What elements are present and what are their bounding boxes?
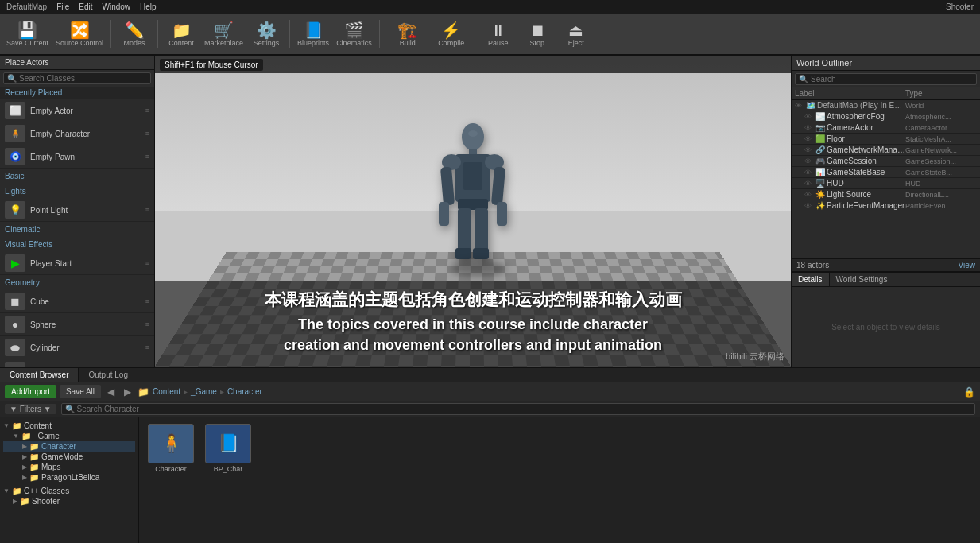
breadcrumb-game[interactable]: _Game	[191, 387, 217, 396]
subtitle-cn: 本课程涵盖的主题包括角色创建和运动控制器和输入动画	[168, 289, 778, 311]
toolbar-sep-1	[110, 20, 111, 48]
svg-rect-10	[458, 208, 471, 252]
content-search-box[interactable]: 🔍	[61, 403, 975, 415]
tree-item-character[interactable]: ▶ 📁 Character	[3, 441, 135, 452]
breadcrumb-sep-1: ▸	[184, 387, 188, 396]
toolbar-sep-2	[157, 20, 158, 48]
place-item-point-light[interactable]: 💡 Point Light ≡	[0, 199, 154, 222]
lock-icon[interactable]: 🔒	[963, 386, 975, 398]
nav-forward-btn[interactable]: ▶	[121, 386, 134, 398]
outliner-row-game-session[interactable]: 👁 🎮 GameSession GameSession...	[792, 156, 980, 167]
toolbar-cinematics[interactable]: 🎬 Cinematics	[333, 16, 375, 52]
outliner-search-input[interactable]	[811, 75, 973, 83]
toolbar-stop[interactable]: ⏹ Stop	[518, 16, 556, 52]
left-panel: Place Actors 🔍 Recently Placed ⬜ Empty A…	[0, 56, 155, 367]
toolbar-pause[interactable]: ⏸ Pause	[479, 16, 517, 52]
viewport[interactable]: Shift+F1 for Mouse Cursor 本课程涵盖的主题包括角色创建…	[155, 56, 791, 367]
svg-rect-6	[491, 166, 505, 205]
tab-output-log[interactable]: Output Log	[79, 368, 138, 382]
breadcrumb-character[interactable]: Character	[227, 387, 262, 396]
tree-item-cpp[interactable]: ▼ 📁 C++ Classes	[3, 486, 135, 496]
place-item-empty-actor[interactable]: ⬜ Empty Actor ≡	[0, 99, 154, 122]
place-item-cylinder[interactable]: ⬬ Cylinder ≡	[0, 336, 154, 359]
place-item-cube[interactable]: ◼ Cube ≡	[0, 290, 154, 313]
place-item-player-start[interactable]: ▶ Player Start ≡	[0, 252, 154, 275]
subtitle-overlay: 本课程涵盖的主题包括角色创建和运动控制器和输入动画 The topics cov…	[155, 281, 791, 367]
outliner-row-network-mgr[interactable]: 👁 🔗 GameNetworkManager GameNetwork...	[792, 145, 980, 156]
nav-back-btn[interactable]: ◀	[104, 386, 118, 398]
menu-file[interactable]: File	[56, 2, 69, 11]
tree-item-maps[interactable]: ▶ 📁 Maps	[3, 462, 135, 472]
outliner-row-particle[interactable]: 👁 ✨ ParticleEventManager ParticleEven...	[792, 200, 980, 211]
outliner-row-atm-fog[interactable]: 👁 🌫️ AtmosphericFog Atmospheric...	[792, 111, 980, 122]
toolbar-marketplace[interactable]: 🛒 Marketplace	[201, 16, 246, 52]
outliner-row-game-state[interactable]: 👁 📊 GameStateBase GameStateB...	[792, 167, 980, 178]
tab-details[interactable]: Details	[792, 273, 830, 286]
bottom-tab-bar: Content Browser Output Log	[0, 368, 980, 382]
bp-assets: 🧍 Character 📘 BP_Char	[139, 417, 980, 543]
bp-tree: ▼ 📁 Content ▼ 📁 _Game ▶ 📁 Character ▶ 📁 …	[0, 417, 139, 543]
toolbar-build[interactable]: 🏗️ Build	[384, 16, 432, 52]
content-search-input[interactable]	[77, 405, 971, 413]
category-cinematic[interactable]: Cinematic	[0, 222, 154, 237]
rp-bottom-tabs: Details World Settings	[792, 273, 980, 287]
breadcrumb-content[interactable]: Content	[153, 387, 180, 396]
place-item-empty-pawn[interactable]: 🧿 Empty Pawn ≡	[0, 145, 154, 169]
category-basic[interactable]: Basic	[0, 169, 154, 184]
toolbar-content[interactable]: 📁 Content	[162, 16, 200, 52]
character-figure	[429, 122, 517, 273]
toolbar-source-control[interactable]: 🔀 Source Control	[52, 16, 107, 52]
tab-world-settings[interactable]: World Settings	[830, 273, 894, 286]
bottom-panel: Content Browser Output Log Add/Import Sa…	[0, 367, 980, 543]
asset-item-1[interactable]: 🧍 Character	[145, 424, 196, 473]
character-shadow	[451, 261, 506, 277]
category-lights[interactable]: Lights	[0, 184, 154, 199]
outliner-rows: 👁 🗺️ DefaultMap (Play In Editor) World 👁…	[792, 100, 980, 258]
asset-item-2[interactable]: 📘 BP_Char	[203, 424, 254, 473]
outliner-row-hud[interactable]: 👁 🖥️ HUD HUD	[792, 178, 980, 189]
toolbar-settings[interactable]: ⚙️ Settings	[247, 16, 285, 52]
menu-help[interactable]: Help	[140, 2, 157, 11]
place-item-empty-character[interactable]: 🧍 Empty Character ≡	[0, 122, 154, 145]
tab-content-browser[interactable]: Content Browser	[0, 368, 79, 382]
menu-window[interactable]: Window	[103, 2, 131, 11]
bp-filters-row: ▼ Filters ▼ 🔍	[0, 401, 980, 417]
toolbar-modes[interactable]: ✏️ Modes	[115, 16, 153, 52]
place-item-cone[interactable]: 🔺 Cone ≡	[0, 359, 154, 367]
tree-item-game[interactable]: ▼ 📁 _Game	[3, 431, 135, 441]
outliner-row-light-source[interactable]: 👁 ☀️ Light Source DirectionalL...	[792, 189, 980, 200]
svg-rect-1	[469, 149, 477, 155]
tree-item-content[interactable]: ▼ 📁 Content	[3, 421, 135, 431]
toolbar-save[interactable]: 💾 Save Current	[3, 16, 52, 52]
toolbar-compile[interactable]: ⚡ Compile	[432, 16, 471, 52]
outliner-row-default-map[interactable]: 👁 🗺️ DefaultMap (Play In Editor) World	[792, 100, 980, 111]
outliner-search-box[interactable]: 🔍	[795, 73, 977, 85]
save-all-button[interactable]: Save All	[60, 385, 101, 398]
actors-count: 18 actors	[796, 261, 829, 270]
tree-item-shooter[interactable]: ▶ 📁 Shooter	[3, 496, 135, 506]
search-icon: 🔍	[7, 74, 17, 83]
filters-btn[interactable]: ▼ Filters ▼	[5, 404, 56, 414]
tree-item-gamemode[interactable]: ▶ 📁 GameMode	[3, 452, 135, 462]
category-geometry[interactable]: Geometry	[0, 275, 154, 290]
menu-edit[interactable]: Edit	[79, 2, 92, 11]
tree-item-paragon[interactable]: ▶ 📁 ParagonLtBelica	[3, 472, 135, 483]
outliner-row-camera[interactable]: 👁 📷 CameraActor CameraActor	[792, 122, 980, 134]
place-item-sphere[interactable]: ● Sphere ≡	[0, 313, 154, 336]
svg-rect-13	[473, 248, 489, 259]
category-vfx[interactable]: Visual Effects	[0, 237, 154, 252]
folder-icon: 📁	[138, 386, 149, 398]
toolbar-eject[interactable]: ⏏ Eject	[557, 16, 595, 52]
svg-rect-9	[458, 199, 488, 210]
search-box[interactable]: 🔍	[3, 72, 151, 84]
world-outliner-title: World Outliner	[796, 58, 852, 68]
toolbar-blueprints[interactable]: 📘 Blueprints	[294, 16, 332, 52]
view-btn[interactable]: View	[959, 261, 976, 270]
col-label: Label	[795, 89, 905, 98]
search-input[interactable]	[19, 74, 147, 83]
outliner-row-floor[interactable]: 👁 🟩 Floor StaticMeshA...	[792, 134, 980, 145]
title-bar: DefaultMap File Edit Window Help Shooter	[0, 0, 980, 14]
content-search-icon: 🔍	[65, 405, 75, 413]
details-placeholder: Select an object to view details	[792, 287, 980, 367]
add-import-button[interactable]: Add/Import	[5, 385, 56, 398]
